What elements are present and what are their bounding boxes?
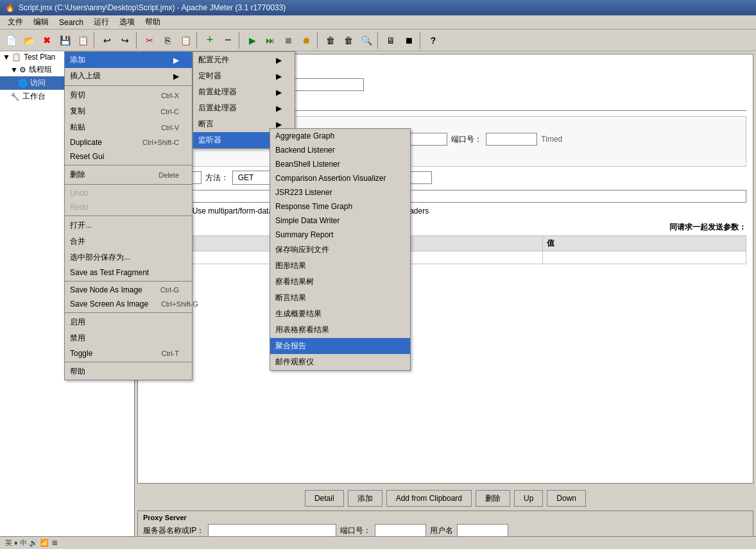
thread-group-icon: ⚙	[19, 65, 26, 74]
remove-button[interactable]: −	[219, 32, 236, 49]
cut-button[interactable]: ✂	[141, 32, 158, 49]
options-row: tive Use multipart/form-data for POST Br…	[144, 207, 746, 215]
ls-response-time[interactable]: Response Time Graph	[270, 199, 410, 214]
menu-options[interactable]: 选项	[114, 15, 140, 29]
toolbar-sep-1	[94, 32, 96, 49]
ctx-open[interactable]: 打开...	[65, 217, 192, 233]
ls-comparison[interactable]: Comparison Assertion Visualizer	[270, 171, 410, 185]
sm-pre-processor[interactable]: 前置处理器 ▶	[193, 84, 295, 100]
ls-graph-results[interactable]: 图形结果	[270, 258, 410, 274]
ctx-merge[interactable]: 合并	[65, 233, 192, 249]
proxy-user-input[interactable]	[457, 524, 508, 537]
add-from-clipboard-button[interactable]: Add from Clipboard	[386, 490, 472, 507]
ctx-undo: Undo	[65, 186, 192, 200]
stop-button[interactable]: ⏹	[280, 32, 296, 49]
ls-jsr223[interactable]: JSR223 Listener	[270, 185, 410, 199]
test-plan-label: Test Plan	[24, 53, 55, 62]
redo-button[interactable]: ↪	[117, 32, 133, 49]
menu-help[interactable]: 帮助	[140, 15, 166, 29]
save-as-button[interactable]: 📋	[74, 32, 91, 49]
ctx-save-node-img[interactable]: Save Node As Image Ctrl-G	[65, 283, 192, 297]
ctx-paste[interactable]: 粘贴 Ctrl-V	[65, 119, 192, 135]
help-button[interactable]: ?	[425, 32, 442, 49]
add-params-button[interactable]: 添加	[348, 490, 382, 507]
paste-button[interactable]: 📋	[177, 32, 194, 49]
sm-post-processor[interactable]: 后置处理器 ▶	[193, 100, 295, 116]
toolbar-sep-5	[317, 32, 320, 49]
clear-all-button[interactable]: 🗑	[340, 32, 357, 49]
ls-summary-report[interactable]: Summary Report	[270, 228, 410, 242]
save-button[interactable]: 💾	[56, 32, 73, 49]
ls-simple-data[interactable]: Simple Data Writer	[270, 214, 410, 228]
menu-bar: 文件 编辑 Search 运行 选项 帮助	[0, 15, 756, 30]
ctx-insert-parent[interactable]: 插入上级 ▶	[65, 68, 192, 84]
menu-edit[interactable]: 编辑	[28, 15, 54, 29]
menu-file[interactable]: 文件	[3, 15, 28, 29]
proxy-row: 服务器名称或IP： 端口号： 用户名	[143, 524, 748, 537]
start-no-pause-button[interactable]: ⏭	[262, 32, 279, 49]
ls-aggregate-graph[interactable]: Aggregate Graph	[270, 129, 410, 143]
ctx-toggle[interactable]: Toggle Ctrl-T	[65, 346, 192, 360]
ls-mail-viewer[interactable]: 邮件观察仪	[270, 354, 410, 370]
sm-timer[interactable]: 定时器 ▶	[193, 68, 295, 84]
ctx-save-selection[interactable]: 选中部分保存为...	[65, 249, 192, 266]
remote-start-button[interactable]: 🖥	[382, 32, 399, 49]
flame-icon: 🔥	[5, 3, 15, 12]
ctx-delete[interactable]: 删除 Delete	[65, 167, 192, 183]
ctx-sep-6	[65, 312, 192, 313]
down-button[interactable]: Down	[547, 490, 586, 507]
status-bar: 英 ♦ 中 🔊 📶 🖥	[0, 536, 756, 549]
context-menu-listener[interactable]: Aggregate Graph Backend Listener BeanShe…	[270, 128, 411, 371]
toolbar: 📄 📂 ✖ 💾 📋 ↩ ↪ ✂ ⎘ 📋 + − ▶ ⏭ ⏹ ⏺ 🗑 🗑 🔍 🖥 …	[0, 30, 756, 51]
path-row: 路径：	[144, 190, 746, 203]
ctx-add[interactable]: 添加 ▶	[65, 52, 192, 68]
params-section: 同请求一起发送参数： 名称： 值	[144, 222, 746, 264]
ctx-cut[interactable]: 剪切 Ctrl-X	[65, 87, 192, 103]
ctx-help[interactable]: 帮助	[65, 364, 192, 380]
search-button[interactable]: 🔍	[358, 32, 375, 49]
ls-aggregate-report[interactable]: 聚合报告	[270, 338, 410, 354]
ctx-reset-gui[interactable]: Reset Gui	[65, 149, 192, 164]
toolbar-sep-2	[136, 32, 139, 49]
shutdown-button[interactable]: ⏺	[298, 32, 314, 49]
ctx-enable[interactable]: 启用	[65, 314, 192, 330]
open-button[interactable]: 📂	[21, 32, 37, 49]
ctx-sep-3	[65, 184, 192, 185]
add-button[interactable]: +	[202, 32, 218, 49]
delete-params-button[interactable]: 删除	[476, 490, 510, 507]
proxy-port-input[interactable]	[375, 524, 426, 537]
copy-button[interactable]: ⎘	[159, 32, 176, 49]
remote-stop-button[interactable]: ⏹	[400, 32, 417, 49]
menu-run[interactable]: 运行	[89, 15, 114, 29]
detail-button[interactable]: Detail	[305, 490, 344, 507]
ctx-save-fragment[interactable]: Save as Test Fragment	[65, 266, 192, 280]
proxy-server-input[interactable]	[208, 524, 336, 537]
new-button[interactable]: 📄	[3, 32, 19, 49]
undo-button[interactable]: ↩	[99, 32, 116, 49]
status-text: 英 ♦ 中 🔊 📶 🖥	[5, 538, 58, 548]
path-input[interactable]	[171, 190, 746, 203]
sm-config[interactable]: 配置元件 ▶	[193, 52, 295, 68]
visitor-icon: 🌐	[18, 79, 28, 88]
ls-backend-listener[interactable]: Backend Listener	[270, 143, 410, 157]
ctx-copy[interactable]: 复制 Ctrl-C	[65, 103, 192, 119]
start-button[interactable]: ▶	[244, 32, 261, 49]
request-row: Impl 方法： GET POST PUT DELETE Content enc…	[144, 171, 746, 185]
bottom-buttons: Detail 添加 Add from Clipboard 删除 Up Down	[135, 486, 756, 511]
port-input[interactable]	[486, 133, 537, 146]
ls-view-table[interactable]: 用表格察看结果	[270, 322, 410, 338]
ls-view-results-tree[interactable]: 察看结果树	[270, 274, 410, 290]
workspace-icon: 🔧	[10, 92, 20, 101]
ls-save-response[interactable]: 保存响应到文件	[270, 242, 410, 258]
ls-assertion-results[interactable]: 断言结果	[270, 290, 410, 306]
ls-generate-summary[interactable]: 生成概要结果	[270, 306, 410, 322]
ctx-duplicate[interactable]: Duplicate Ctrl+Shift-C	[65, 135, 192, 149]
menu-search[interactable]: Search	[54, 17, 89, 28]
ctx-save-screen-img[interactable]: Save Screen As Image Ctrl+Shift-G	[65, 297, 192, 311]
clear-button[interactable]: 🗑	[322, 32, 339, 49]
ls-beanshell-listener[interactable]: BeanShell Listener	[270, 157, 410, 171]
up-button[interactable]: Up	[514, 490, 543, 507]
ctx-disable[interactable]: 禁用	[65, 330, 192, 346]
close-button[interactable]: ✖	[39, 32, 55, 49]
context-menu-main[interactable]: 添加 ▶ 插入上级 ▶ 剪切 Ctrl-X 复制 Ctrl-C 粘贴 Ctrl-…	[64, 51, 193, 380]
